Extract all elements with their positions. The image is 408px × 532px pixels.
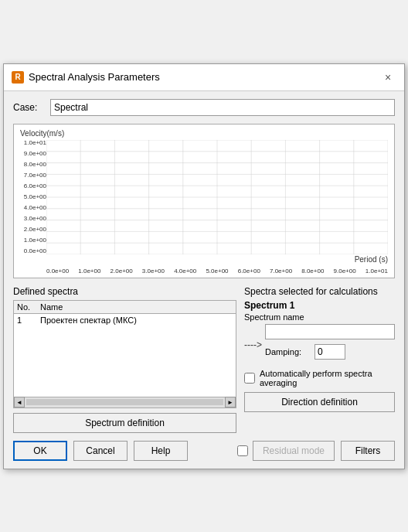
x-tick: 3.0e+00 — [142, 268, 165, 275]
x-tick: 2.0e+00 — [110, 268, 133, 275]
filters-button[interactable]: Filters — [341, 441, 395, 461]
auto-avg-checkbox[interactable] — [244, 373, 255, 384]
y-tick: 6.0e+00 — [24, 183, 46, 189]
spectrum-name-input[interactable] — [265, 324, 395, 339]
velocity-chart: Velocity(m/s) Period (s) 1.0e+01 9.0e+00… — [13, 124, 395, 278]
x-tick: 0.0e+00 — [46, 268, 69, 275]
scroll-left-arrow[interactable]: ◄ — [14, 397, 25, 408]
y-tick: 1.0e+00 — [24, 237, 46, 244]
spectra-table-header: No. Name — [14, 301, 236, 314]
y-tick: 3.0e+00 — [24, 216, 46, 222]
grid-svg — [46, 140, 388, 254]
bottom-buttons-row: OK Cancel Help Residual mode Filters — [13, 441, 395, 461]
spectra-selected-panel: Spectra selected for calculations Spectr… — [244, 286, 395, 433]
x-tick: 6.0e+00 — [238, 268, 260, 275]
spectra-row-name: Проектен спектар (МКС) — [40, 315, 233, 325]
chart-grid — [46, 140, 388, 254]
spectrum-definition-button[interactable]: Spectrum definition — [13, 413, 236, 433]
fields-col: Damping: — [265, 324, 395, 363]
x-tick: 9.0e+00 — [334, 268, 356, 275]
y-tick: 7.0e+00 — [24, 172, 46, 179]
app-icon: R — [12, 71, 24, 84]
x-tick: 8.0e+00 — [301, 268, 324, 275]
x-tick: 7.0e+00 — [270, 268, 292, 275]
spectra-table: No. Name 1 Проектен спектар (МКС) ◄ ► — [13, 300, 236, 408]
spectra-table-row[interactable]: 1 Проектен спектар (МКС) — [14, 314, 236, 326]
spectra-selected-title: Spectra selected for calculations — [244, 286, 395, 297]
help-button[interactable]: Help — [134, 441, 188, 461]
spectra-row-no: 1 — [17, 315, 40, 325]
title-bar: R Spectral Analysis Parameters × — [4, 64, 404, 91]
defined-spectra-title: Defined spectra — [13, 286, 236, 297]
y-tick: 8.0e+00 — [24, 162, 46, 168]
spectrum-item: Spectrum 1 Spectrum name ----> Damping: — [244, 300, 395, 363]
x-tick: 5.0e+00 — [206, 268, 228, 275]
case-row: Case: — [13, 99, 395, 116]
arrow-symbol: ----> — [244, 339, 262, 350]
spectrum-name-label: Spectrum name — [244, 312, 395, 322]
close-button[interactable]: × — [379, 69, 396, 86]
defined-spectra-panel: Defined spectra No. Name 1 Проектен спек… — [13, 286, 236, 433]
y-tick: 9.0e+00 — [24, 151, 46, 157]
x-tick: 1.0e+01 — [366, 268, 388, 275]
dialog-title: Spectral Analysis Parameters — [29, 71, 160, 83]
ok-button[interactable]: OK — [13, 441, 67, 461]
residual-checkbox[interactable] — [237, 445, 248, 456]
col-name: Name — [40, 302, 233, 312]
x-axis-label: Period (s) — [355, 255, 388, 264]
direction-definition-button[interactable]: Direction definition — [244, 392, 395, 412]
spectrum-header: Spectrum 1 — [244, 300, 395, 311]
residual-row: Residual mode — [194, 441, 335, 461]
auto-avg-label: Automatically perform spectra averaging — [260, 369, 395, 387]
dialog-content: Case: Velocity(m/s) Period (s) 1.0e+01 9… — [4, 91, 404, 469]
x-axis: 0.0e+00 1.0e+00 2.0e+00 3.0e+00 4.0e+00 … — [46, 268, 388, 275]
x-tick: 1.0e+00 — [78, 268, 100, 275]
damping-label: Damping: — [265, 347, 311, 356]
col-no: No. — [17, 302, 40, 312]
y-axis: 1.0e+01 9.0e+00 8.0e+00 7.0e+00 6.0e+00 … — [17, 140, 46, 254]
auto-avg-row: Automatically perform spectra averaging — [244, 369, 395, 387]
case-input[interactable] — [50, 99, 395, 116]
spectra-scrollbar[interactable]: ◄ ► — [14, 397, 236, 408]
scrollbar-track[interactable] — [26, 399, 223, 405]
y-tick: 4.0e+00 — [24, 205, 46, 211]
dialog-window: R Spectral Analysis Parameters × Case: V… — [3, 63, 405, 469]
damping-input[interactable] — [314, 344, 345, 360]
scroll-right-arrow[interactable]: ► — [225, 397, 236, 408]
y-axis-label: Velocity(m/s) — [20, 129, 64, 138]
residual-mode-button[interactable]: Residual mode — [253, 441, 335, 461]
y-tick: 0.0e+00 — [24, 248, 46, 254]
arrow-and-fields: ----> Damping: — [244, 324, 395, 363]
case-label: Case: — [13, 102, 44, 113]
y-tick: 1.0e+01 — [24, 140, 46, 146]
x-tick: 4.0e+00 — [174, 268, 196, 275]
cancel-button[interactable]: Cancel — [73, 441, 128, 461]
y-tick: 2.0e+00 — [24, 227, 46, 233]
y-tick: 5.0e+00 — [24, 194, 46, 200]
damping-row: Damping: — [265, 344, 395, 360]
bottom-section: Defined spectra No. Name 1 Проектен спек… — [13, 286, 395, 433]
title-bar-left: R Spectral Analysis Parameters — [12, 71, 160, 84]
